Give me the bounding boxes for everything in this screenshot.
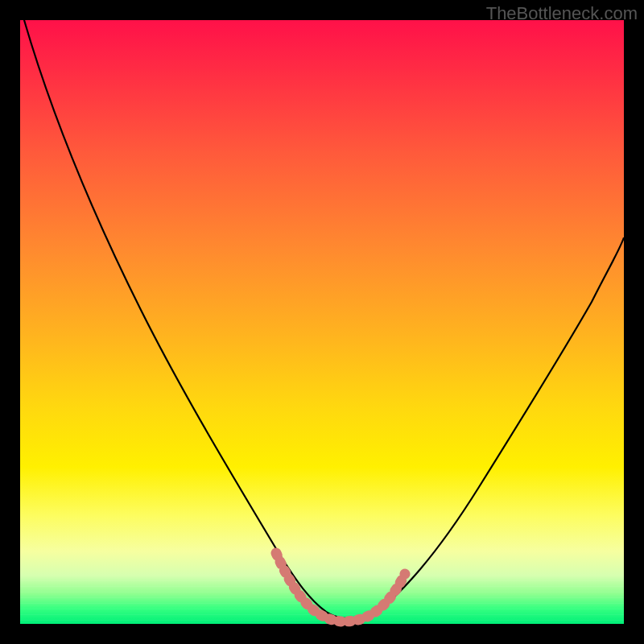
- chart-frame: TheBottleneck.com: [0, 0, 644, 644]
- bottleneck-curve-path: [24, 20, 624, 618]
- optimal-zone-path: [276, 553, 405, 621]
- chart-svg: [20, 20, 624, 624]
- plot-area: [20, 20, 624, 624]
